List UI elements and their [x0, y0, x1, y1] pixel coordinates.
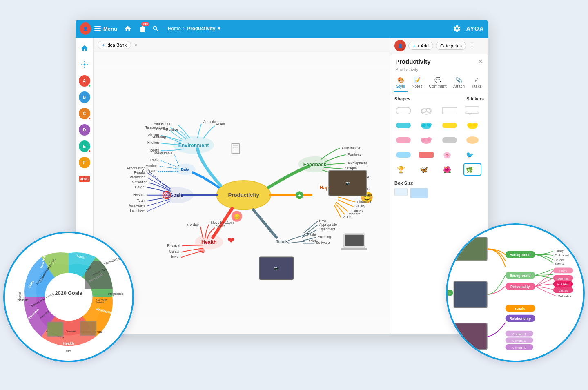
sidebar-avatar-6[interactable]: F — [77, 155, 92, 170]
svg-text:🌺: 🌺 — [443, 166, 451, 174]
sidebar-avatar-5[interactable]: E — [77, 139, 92, 154]
svg-text:Health: Health — [201, 239, 216, 245]
goals-wheel-svg: 2020 Goals Personal Professional Health … — [5, 233, 132, 361]
browser-window: 👤 Menu 193 Home > Productivity ▼ — [76, 20, 488, 334]
tab-more[interactable]: ··· More — [486, 74, 488, 92]
sidebar-item-mindmap[interactable] — [77, 57, 92, 72]
shape-sticker-4[interactable]: 🌺 — [441, 163, 459, 176]
shape-sticker-2[interactable]: 🐦 — [463, 149, 481, 161]
svg-point-99 — [427, 123, 432, 127]
svg-text:Constructive: Constructive — [342, 146, 361, 150]
svg-text:Childhood: Childhood — [555, 254, 569, 257]
panel-more-icon[interactable]: ⋮ — [469, 42, 475, 50]
shape-rounded-rect-outline[interactable] — [394, 105, 412, 117]
tasks-nav-icon[interactable]: 193 — [136, 23, 147, 34]
svg-text:Physical: Physical — [167, 243, 180, 247]
sidebar-item-home[interactable] — [77, 41, 92, 56]
svg-text:2020 Goals: 2020 Goals — [55, 290, 82, 296]
svg-point-109 — [466, 136, 479, 144]
svg-text:Work-life: Work-life — [18, 299, 29, 301]
svg-rect-145 — [80, 321, 96, 335]
tab-comment[interactable]: 💬 Comment — [426, 74, 449, 92]
settings-icon[interactable] — [452, 23, 462, 34]
shape-light-blue[interactable] — [394, 149, 412, 161]
shape-sticker-1[interactable]: 🌸 — [441, 149, 459, 161]
svg-text:Positive: Positive — [166, 127, 178, 131]
shape-rect-outline[interactable] — [441, 105, 459, 117]
notes-tab-icon: 📝 — [414, 77, 421, 83]
sidebar-avatar-4[interactable]: D — [77, 123, 92, 137]
shape-teal-cloud[interactable] — [417, 119, 435, 131]
svg-text:Monitor: Monitor — [96, 301, 105, 303]
style-tab-icon: 🎨 — [397, 77, 404, 83]
svg-text:Motivation: Motivation — [558, 294, 572, 298]
shape-red-rect[interactable] — [417, 149, 435, 161]
tab-notes[interactable]: 📝 Notes — [409, 74, 425, 92]
svg-text:Feedback: Feedback — [303, 162, 327, 167]
svg-text:🐦: 🐦 — [466, 151, 474, 159]
panel-user-avatar[interactable]: 👤 — [394, 40, 406, 51]
svg-text:📷: 📷 — [274, 266, 278, 271]
svg-text:Progression: Progression — [108, 292, 123, 296]
svg-text:Hobbies: Hobbies — [557, 283, 569, 286]
top-bar: 👤 Menu 193 Home > Productivity ▼ — [76, 20, 488, 38]
svg-rect-94 — [442, 107, 457, 114]
shape-pink-pill[interactable] — [394, 134, 412, 146]
shape-speech-bubble[interactable] — [463, 105, 481, 117]
shape-grey-pill[interactable] — [441, 134, 459, 146]
svg-text:Persona: Persona — [133, 193, 146, 197]
svg-point-98 — [421, 123, 426, 127]
add-plus-icon: + — [413, 43, 415, 48]
canvas-area[interactable]: Productivity Environment Temperature Atm… — [94, 52, 390, 334]
svg-rect-110 — [396, 152, 411, 158]
add-button-label: + Add — [417, 43, 428, 48]
svg-text:Rules: Rules — [216, 122, 225, 126]
idea-bank-plus-icon: + — [102, 42, 105, 47]
search-nav-icon[interactable] — [150, 23, 161, 34]
breadcrumb-home[interactable]: Home — [168, 26, 181, 31]
shape-sticker-selected[interactable]: 🌿 — [463, 163, 481, 176]
tab-tasks[interactable]: ✓ Tasks — [469, 74, 484, 92]
menu-button[interactable]: Menu — [94, 26, 117, 32]
svg-point-106 — [421, 138, 426, 142]
sidebar-avatar-1[interactable]: A — [77, 74, 92, 88]
svg-text:Goals: Goals — [169, 192, 183, 198]
svg-point-107 — [427, 137, 432, 141]
profile-avatar-icon[interactable]: 👤 — [80, 23, 91, 34]
categories-button[interactable]: Categories — [436, 42, 466, 50]
shape-teal-pill[interactable] — [394, 119, 412, 131]
svg-text:Contact 1: Contact 1 — [512, 332, 526, 336]
svg-text:Salary: Salary — [355, 204, 365, 208]
shapes-stickers-header: Shapes Stickers — [394, 96, 484, 101]
svg-text:Equipment: Equipment — [319, 227, 336, 231]
hamburger-icon — [94, 26, 101, 31]
shape-yellow-pill[interactable] — [441, 119, 459, 131]
add-button[interactable]: + + Add — [408, 42, 433, 50]
sidebar-teams-label[interactable]: APMS — [77, 172, 92, 186]
shape-sticker-trophy[interactable]: 🏆 — [394, 163, 412, 176]
box-size-small[interactable] — [394, 188, 408, 196]
breadcrumb-current[interactable]: Productivity ▼ — [187, 26, 222, 31]
circle-diagram-left: 2020 Goals Personal Professional Health … — [3, 232, 134, 362]
categories-label: Categories — [440, 43, 462, 48]
tab-style[interactable]: 🎨 Style — [394, 74, 408, 92]
home-nav-icon[interactable] — [122, 23, 134, 34]
box-size-options — [394, 188, 484, 198]
shape-yellow-cloud[interactable] — [463, 119, 481, 131]
svg-text:+: + — [298, 193, 301, 198]
svg-rect-77 — [341, 248, 367, 250]
idea-bank-close-icon[interactable]: ✕ — [134, 42, 138, 47]
shape-pink-cloud[interactable] — [417, 134, 435, 146]
sidebar-avatar-2[interactable]: B — [77, 90, 92, 105]
shape-cloud-outline[interactable] — [417, 105, 435, 117]
nav-icons: 193 — [122, 23, 161, 34]
idea-bank-button[interactable]: + Idea Bank — [98, 41, 131, 49]
svg-rect-84 — [232, 144, 239, 153]
sidebar-avatar-3[interactable]: C — [77, 106, 92, 121]
shape-peach-blob[interactable] — [463, 134, 481, 146]
tab-attach[interactable]: 📎 Attach — [451, 74, 467, 92]
box-size-medium[interactable] — [410, 188, 428, 198]
panel-close-button[interactable]: ✕ — [478, 58, 483, 65]
shape-sticker-3[interactable]: 🦋 — [417, 163, 435, 176]
svg-text:Dislikes: Dislikes — [558, 277, 569, 281]
